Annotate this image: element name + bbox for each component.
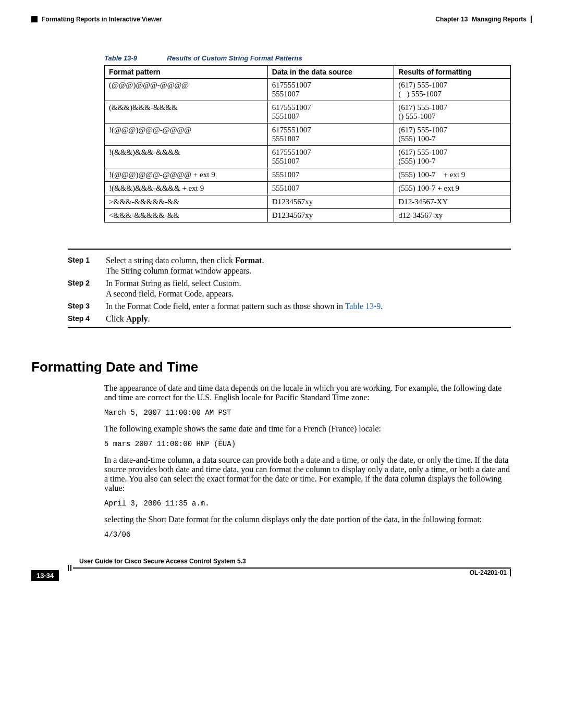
header-marker-icon	[31, 16, 38, 22]
table-row: (&&&)&&&-&&&&6175551007 5551007(617) 555…	[105, 101, 511, 124]
step-text: Select a string data column, then click …	[106, 256, 264, 276]
cell-result: (555) 100-7 + ext 9	[394, 182, 511, 195]
cell-pattern: !(@@@)@@@-@@@@ + ext 9	[105, 168, 268, 182]
step-text: In the Format Code field, enter a format…	[106, 302, 383, 311]
body-p2: The following example shows the same dat…	[104, 424, 511, 434]
body-p3: In a date-and-time column, a data source…	[104, 455, 511, 493]
steps-block: Step 1Select a string data column, then …	[68, 249, 511, 328]
body-code3: April 3, 2006 11:35 a.m.	[104, 499, 511, 508]
format-patterns-table: Format pattern Data in the data source R…	[104, 65, 511, 223]
steps-rule-top	[68, 249, 511, 250]
step-label: Step 1	[68, 256, 96, 276]
footer-divider-icon	[510, 569, 511, 576]
steps-rule-bottom	[68, 327, 511, 328]
header-right: Chapter 13 Managing Reports	[435, 16, 532, 23]
footer-page-number: 13-34	[31, 570, 59, 581]
body-code2: 5 mars 2007 11:00:00 HNP (ÈUA)	[104, 440, 511, 448]
step-label: Step 2	[68, 279, 96, 299]
cell-data: 6175551007 5551007	[267, 79, 394, 101]
step-row: Step 3In the Format Code field, enter a …	[68, 302, 511, 311]
table-row: <&&&-&&&&&-&&D1234567xyd12-34567-xy	[105, 209, 511, 223]
footer-doc-id: OL-24201-01	[470, 569, 511, 576]
running-header: Formatting Reports in Interactive Viewer…	[31, 16, 532, 23]
table-caption-label: Table 13-9	[104, 54, 137, 62]
table-row: !(&&&)&&&-&&&& + ext 95551007(555) 100-7…	[105, 182, 511, 195]
step-label: Step 4	[68, 314, 96, 324]
table-row: (@@@)@@@-@@@@6175551007 5551007(617) 555…	[105, 79, 511, 101]
cell-data: 6175551007 5551007	[267, 146, 394, 168]
cell-pattern: <&&&-&&&&&-&&	[105, 209, 268, 223]
cell-result: D12-34567-XY	[394, 195, 511, 209]
body-p1: The appearance of date and time data dep…	[104, 384, 511, 402]
page: Formatting Reports in Interactive Viewer…	[0, 0, 563, 607]
table-caption: Table 13-9 Results of Custom String Form…	[104, 54, 511, 62]
body-text: The appearance of date and time data dep…	[104, 384, 511, 539]
table-caption-title: Results of Custom String Format Patterns	[167, 54, 302, 62]
table-row: !(@@@)@@@-@@@@6175551007 5551007(617) 55…	[105, 124, 511, 146]
cell-result: d12-34567-xy	[394, 209, 511, 223]
table-row: >&&&-&&&&&-&&D1234567xyD12-34567-XY	[105, 195, 511, 209]
col-header-pattern: Format pattern	[105, 66, 268, 79]
step-row: Step 4Click Apply.	[68, 314, 511, 324]
cell-result: (555) 100-7 + ext 9	[394, 168, 511, 182]
step-label: Step 3	[68, 302, 96, 311]
table-row: !(@@@)@@@-@@@@ + ext 95551007(555) 100-7…	[105, 168, 511, 182]
header-chapter-label: Chapter 13	[435, 16, 468, 23]
cell-pattern: (@@@)@@@-@@@@	[105, 79, 268, 101]
cell-result: (617) 555-1007 ( ) 555-1007	[394, 79, 511, 101]
cell-result: (617) 555-1007 () 555-1007	[394, 101, 511, 124]
cell-data: D1234567xy	[267, 209, 394, 223]
cell-result: (617) 555-1007 (555) 100-7	[394, 124, 511, 146]
footer-doc-id-text: OL-24201-01	[470, 569, 507, 576]
step-text: Click Apply.	[106, 314, 150, 324]
body-code4: 4/3/06	[104, 530, 511, 539]
step-row: Step 2In Format String as field, select …	[68, 279, 511, 299]
section-heading: Formatting Date and Time	[31, 359, 532, 375]
cell-data: 6175551007 5551007	[267, 101, 394, 124]
cell-pattern: !(&&&)&&&-&&&&	[105, 146, 268, 168]
table-container: Table 13-9 Results of Custom String Form…	[104, 54, 511, 223]
cell-data: 5551007	[267, 168, 394, 182]
header-section-title: Formatting Reports in Interactive Viewer	[42, 16, 162, 23]
body-code1: March 5, 2007 11:00:00 AM PST	[104, 409, 511, 417]
table-row: !(&&&)&&&-&&&&6175551007 5551007(617) 55…	[105, 146, 511, 168]
cell-pattern: !(@@@)@@@-@@@@	[105, 124, 268, 146]
footer-rule	[68, 565, 511, 571]
cell-pattern: (&&&)&&&-&&&&	[105, 101, 268, 124]
cell-pattern: >&&&-&&&&&-&&	[105, 195, 268, 209]
header-left: Formatting Reports in Interactive Viewer	[31, 16, 162, 23]
body-p4: selecting the Short Date format for the …	[104, 515, 511, 524]
step-text: In Format String as field, select Custom…	[106, 279, 241, 299]
cell-pattern: !(&&&)&&&-&&&& + ext 9	[105, 182, 268, 195]
footer: User Guide for Cisco Secure Access Contr…	[31, 565, 532, 591]
header-divider-icon	[531, 16, 532, 23]
col-header-data: Data in the data source	[267, 66, 394, 79]
header-chapter-title: Managing Reports	[472, 16, 527, 23]
footer-guide-title: User Guide for Cisco Secure Access Contr…	[77, 558, 248, 565]
col-header-result: Results of formatting	[394, 66, 511, 79]
step-row: Step 1Select a string data column, then …	[68, 256, 511, 276]
cell-data: 6175551007 5551007	[267, 124, 394, 146]
cell-data: 5551007	[267, 182, 394, 195]
cell-data: D1234567xy	[267, 195, 394, 209]
cell-result: (617) 555-1007 (555) 100-7	[394, 146, 511, 168]
